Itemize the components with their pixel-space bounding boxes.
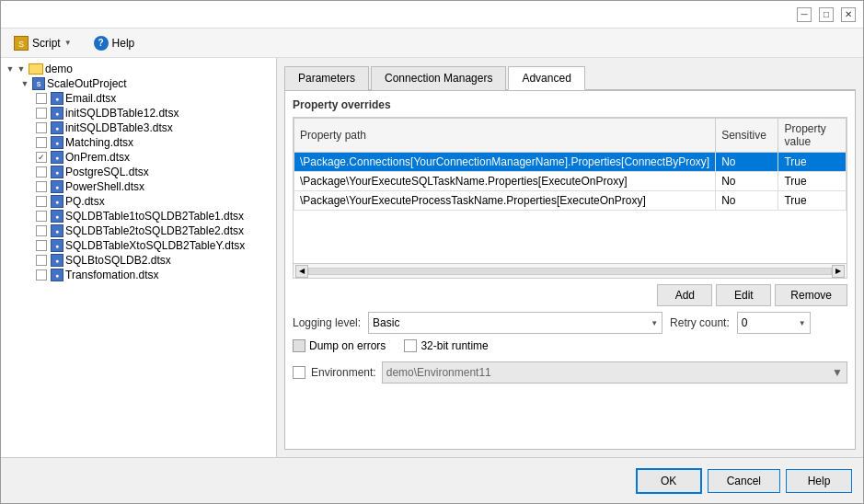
matching-checkbox[interactable]: [36, 137, 47, 148]
tree-init12-label: initSQLDBTable12.dtsx: [65, 107, 179, 120]
tree-root[interactable]: ▼ ▼ demo: [1, 62, 276, 76]
tree-item-sqltable1[interactable]: ● SQLDBTable1toSQLDB2Table1.dtsx: [1, 209, 276, 223]
init12-file-icon: ●: [51, 107, 63, 120]
script-menu-label: Script: [32, 37, 61, 50]
row2-value: True: [778, 172, 847, 191]
horizontal-scrollbar[interactable]: ◀ ▶: [293, 264, 847, 279]
tree-item-postgresql[interactable]: ● PostgreSQL.dtsx: [1, 165, 276, 179]
tree-item-matching[interactable]: ● Matching.dtsx: [1, 135, 276, 150]
remove-button[interactable]: Remove: [775, 284, 847, 306]
script-icon: S: [14, 36, 29, 51]
init3-checkbox[interactable]: [36, 122, 47, 133]
email-checkbox[interactable]: [36, 93, 47, 104]
tree-pq-label: PQ.dtsx: [65, 195, 105, 208]
row1-path: \Package.Connections[YourConnectionManag…: [294, 153, 716, 172]
retry-select[interactable]: 0 ▼: [737, 312, 811, 334]
tree-item-init12[interactable]: ● initSQLDBTable12.dtsx: [1, 106, 276, 120]
folder-icon: [29, 63, 43, 74]
environment-select[interactable]: demo\Environment11 ▼: [382, 361, 847, 384]
scroll-left-arrow[interactable]: ◀: [295, 265, 308, 278]
scroll-track[interactable]: [308, 268, 832, 275]
tree-matching-label: Matching.dtsx: [65, 136, 133, 149]
retry-value: 0: [742, 316, 748, 329]
logging-select[interactable]: Basic ▼: [368, 312, 662, 334]
environment-checkbox[interactable]: [293, 366, 305, 379]
title-bar: ─ □ ✕: [1, 1, 863, 29]
footer-bar: OK Cancel Help: [1, 457, 863, 503]
tree-item-sqltable2[interactable]: ● SQLDBTable2toSQLDB2Table2.dtsx: [1, 223, 276, 238]
tab-connection-managers-label: Connection Managers: [385, 72, 492, 85]
matching-file-icon: ●: [51, 136, 63, 149]
sqltabley-checkbox[interactable]: [36, 240, 47, 251]
action-buttons: Add Edit Remove: [293, 284, 847, 306]
edit-button[interactable]: Edit: [716, 284, 771, 306]
postgresql-checkbox[interactable]: [36, 166, 47, 178]
sqlbtosql-file-icon: ●: [51, 254, 63, 267]
transform-checkbox[interactable]: [36, 269, 47, 281]
tree-powershell-label: PowerShell.dtsx: [65, 180, 144, 193]
tree-item-transform[interactable]: ● Transfomation.dtsx: [1, 268, 276, 282]
tab-advanced[interactable]: Advanced: [508, 66, 584, 90]
checkboxes-row: Dump on errors 32-bit runtime: [293, 339, 847, 352]
cancel-button[interactable]: Cancel: [708, 469, 780, 493]
help-footer-button[interactable]: Help: [786, 469, 852, 493]
dump-on-errors-checkbox[interactable]: [293, 339, 305, 352]
scroll-right-arrow[interactable]: ▶: [832, 265, 845, 278]
logging-label: Logging level:: [293, 316, 361, 329]
tree-item-init3[interactable]: ● initSQLDBTable3.dtsx: [1, 120, 276, 135]
col-header-path: Property path: [294, 119, 716, 153]
dump-on-errors-label[interactable]: Dump on errors: [293, 339, 386, 352]
sqltable2-checkbox[interactable]: [36, 225, 47, 236]
onprem-checkbox[interactable]: [36, 152, 47, 163]
row3-path: \Package\YourExecuteProcessTaskName.Prop…: [294, 191, 716, 211]
expand-icon: ▼: [5, 63, 16, 74]
tree-item-powershell[interactable]: ● PowerShell.dtsx: [1, 179, 276, 194]
tab-parameters[interactable]: Parameters: [284, 66, 369, 90]
tree-root-label: demo: [45, 63, 73, 75]
tree-transform-label: Transfomation.dtsx: [65, 269, 159, 281]
minimize-button[interactable]: ─: [797, 7, 812, 22]
help-menu[interactable]: ? Help: [88, 32, 141, 54]
retry-label: Retry count:: [670, 316, 730, 329]
postgresql-file-icon: ●: [51, 166, 63, 178]
menu-bar: S Script ▼ ? Help: [1, 29, 863, 58]
table-row[interactable]: \Package\YourExecuteSQLTaskName.Properti…: [294, 172, 847, 191]
tab-connection-managers[interactable]: Connection Managers: [371, 66, 506, 90]
tree-item-sqlbtosql[interactable]: ● SQLBtoSQLDB2.dtsx: [1, 253, 276, 268]
pq-checkbox[interactable]: [36, 196, 47, 207]
retry-dropdown-arrow: ▼: [799, 319, 806, 327]
row3-value: True: [778, 191, 847, 211]
tree-item-scaleout[interactable]: ▼ S ScaleOutProject: [1, 76, 276, 91]
environment-row: Environment: demo\Environment11 ▼: [293, 361, 847, 384]
tree-item-onprem[interactable]: ● OnPrem.dtsx: [1, 150, 276, 165]
property-table-wrapper[interactable]: Property path Sensitive Property value \…: [293, 117, 847, 264]
tree-item-email[interactable]: ● Email.dtsx: [1, 91, 276, 106]
tree-postgresql-label: PostgreSQL.dtsx: [65, 166, 149, 178]
ok-button[interactable]: OK: [636, 468, 702, 494]
runtime-32bit-label[interactable]: 32-bit runtime: [404, 339, 488, 352]
sqltable1-checkbox[interactable]: [36, 211, 47, 222]
init12-checkbox[interactable]: [36, 108, 47, 119]
tree-item-sqltabley[interactable]: ● SQLDBTableXtoSQLDB2TableY.dtsx: [1, 238, 276, 253]
sqlbtosql-checkbox[interactable]: [36, 255, 47, 266]
tree-email-label: Email.dtsx: [65, 92, 116, 105]
table-row[interactable]: \Package\YourExecuteProcessTaskName.Prop…: [294, 191, 847, 211]
table-row[interactable]: \Package.Connections[YourConnectionManag…: [294, 153, 847, 172]
email-file-icon: ●: [51, 92, 63, 105]
tree-sqltable2-label: SQLDBTable2toSQLDB2Table2.dtsx: [65, 224, 244, 237]
expand-icon-2: ▼: [16, 63, 27, 74]
add-button[interactable]: Add: [657, 284, 712, 306]
powershell-checkbox[interactable]: [36, 181, 47, 192]
col-header-value: Property value: [778, 119, 847, 153]
tree-item-pq[interactable]: ● PQ.dtsx: [1, 194, 276, 209]
maximize-button[interactable]: □: [819, 7, 834, 22]
script-menu[interactable]: S Script ▼: [8, 32, 77, 54]
sqltable2-file-icon: ●: [51, 224, 63, 237]
transform-file-icon: ●: [51, 269, 63, 281]
title-bar-buttons: ─ □ ✕: [797, 7, 856, 22]
tree-init3-label: initSQLDBTable3.dtsx: [65, 121, 173, 134]
tab-bar: Parameters Connection Managers Advanced: [284, 65, 856, 90]
logging-value: Basic: [373, 316, 399, 329]
close-button[interactable]: ✕: [841, 7, 856, 22]
runtime-32bit-checkbox[interactable]: [404, 339, 417, 352]
